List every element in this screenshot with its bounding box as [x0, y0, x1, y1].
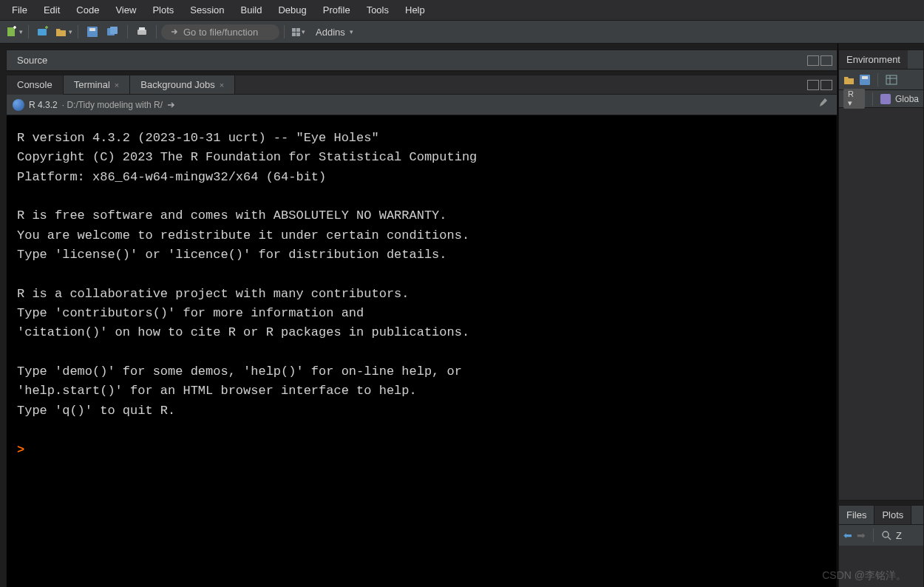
close-icon[interactable]: × [220, 81, 224, 89]
menu-view[interactable]: View [108, 2, 143, 18]
tab-terminal[interactable]: Terminal × [64, 75, 131, 94]
addins-button[interactable]: Addins ▾ [310, 24, 359, 40]
watermark: CSDN @李铭洋。 [822, 569, 906, 583]
plot-back-button[interactable]: ⬅ [843, 529, 852, 541]
tab-background-jobs[interactable]: Background Jobs × [130, 75, 235, 94]
menu-help[interactable]: Help [398, 2, 432, 18]
tab-console[interactable]: Console [7, 75, 64, 95]
tab-files[interactable]: Files [839, 506, 874, 524]
menu-build[interactable]: Build [234, 2, 270, 18]
separator [877, 73, 878, 86]
goto-file-function-input[interactable]: Go to file/function [161, 24, 279, 40]
svg-rect-0 [7, 27, 15, 36]
menubar: File Edit Code View Plots Session Build … [0, 0, 924, 20]
close-icon[interactable]: × [115, 81, 119, 89]
maximize-pane-button[interactable] [821, 55, 832, 66]
print-button[interactable] [132, 24, 152, 40]
maximize-pane-button[interactable] [821, 80, 832, 90]
tab-plots[interactable]: Plots [874, 506, 911, 524]
svg-rect-10 [862, 76, 868, 79]
chevron-down-icon: ▾ [302, 28, 305, 35]
grid-icon [292, 28, 300, 36]
load-workspace-icon[interactable] [843, 75, 855, 85]
separator [872, 92, 873, 106]
svg-rect-8 [139, 27, 145, 30]
chevron-down-icon: ▾ [350, 28, 353, 35]
minimize-pane-button[interactable] [807, 55, 819, 66]
clear-console-button[interactable] [818, 98, 831, 112]
chevron-down-icon: ▾ [19, 28, 23, 35]
save-workspace-icon[interactable] [860, 75, 870, 85]
zoom-icon[interactable] [881, 530, 891, 540]
goto-placeholder: Go to file/function [183, 27, 258, 38]
svg-rect-7 [137, 30, 146, 35]
svg-point-12 [883, 532, 889, 537]
menu-edit[interactable]: Edit [36, 2, 67, 18]
source-pane-header: Source [7, 50, 837, 71]
separator [873, 529, 874, 542]
menu-debug[interactable]: Debug [271, 2, 313, 18]
new-file-button[interactable]: ▾ [4, 24, 24, 40]
arrow-right-icon [170, 27, 179, 36]
global-env-label[interactable]: Globa [895, 94, 919, 104]
environment-toolbar [839, 69, 923, 90]
svg-rect-4 [89, 28, 95, 31]
new-project-button[interactable] [33, 24, 52, 40]
grid-view-button[interactable]: ▾ [289, 24, 308, 40]
app-body: Source Console Terminal × Background Job… [0, 44, 924, 587]
zoom-label[interactable]: Z [896, 530, 902, 541]
svg-rect-11 [886, 75, 897, 84]
plot-forward-button[interactable]: ➡ [857, 529, 866, 541]
console-pane: Console Terminal × Background Jobs × R 4… [6, 75, 838, 587]
save-all-button[interactable] [103, 24, 123, 40]
environment-scope-bar: R ▾ Globa [839, 90, 923, 108]
working-directory-label[interactable]: · D:/Tidy modeling with R/ [62, 100, 163, 110]
r-logo-icon [13, 99, 24, 111]
main-toolbar: ▾ ▾ Go to file/function ▾ Addins ▾ [0, 20, 924, 44]
separator [28, 25, 29, 38]
separator [127, 25, 128, 38]
r-version-label: R 4.3.2 [29, 100, 58, 110]
plots-toolbar: ⬅ ➡ Z [839, 525, 923, 546]
separator [78, 25, 78, 38]
console-text: R version 4.3.2 (2023-10-31 ucrt) -- "Ey… [17, 131, 477, 418]
r-scope-selector[interactable]: R ▾ [843, 89, 865, 109]
right-column: Environment R ▾ Globa Files Plots ⬅ [838, 44, 924, 587]
environment-pane: Environment R ▾ Globa [838, 50, 924, 501]
save-button[interactable] [83, 24, 102, 40]
open-file-button[interactable]: ▾ [54, 24, 73, 40]
console-prompt: > [17, 443, 24, 457]
console-output[interactable]: R version 4.3.2 (2023-10-31 ucrt) -- "Ey… [7, 115, 837, 587]
menu-tools[interactable]: Tools [359, 2, 396, 18]
console-tabs: Console Terminal × Background Jobs × [7, 75, 837, 95]
chevron-down-icon: ▾ [69, 28, 72, 35]
import-dataset-icon[interactable] [886, 75, 897, 85]
environment-tabs: Environment [839, 50, 923, 69]
global-env-icon [880, 94, 891, 104]
left-column: Source Console Terminal × Background Job… [0, 44, 838, 587]
separator [156, 25, 157, 38]
menu-session[interactable]: Session [183, 2, 231, 18]
menu-code[interactable]: Code [69, 2, 106, 18]
files-tabs: Files Plots [839, 506, 923, 525]
console-toolbar: R 4.3.2 · D:/Tidy modeling with R/ [7, 95, 837, 115]
menu-file[interactable]: File [4, 2, 35, 18]
menu-plots[interactable]: Plots [145, 2, 181, 18]
source-pane: Source [6, 50, 838, 72]
minimize-pane-button[interactable] [807, 80, 819, 90]
separator [284, 25, 285, 38]
svg-rect-6 [110, 27, 118, 34]
source-pane-title: Source [11, 52, 53, 69]
svg-rect-2 [38, 29, 47, 35]
popout-icon[interactable] [167, 101, 177, 109]
menu-profile[interactable]: Profile [316, 2, 358, 18]
tab-environment[interactable]: Environment [839, 50, 908, 69]
